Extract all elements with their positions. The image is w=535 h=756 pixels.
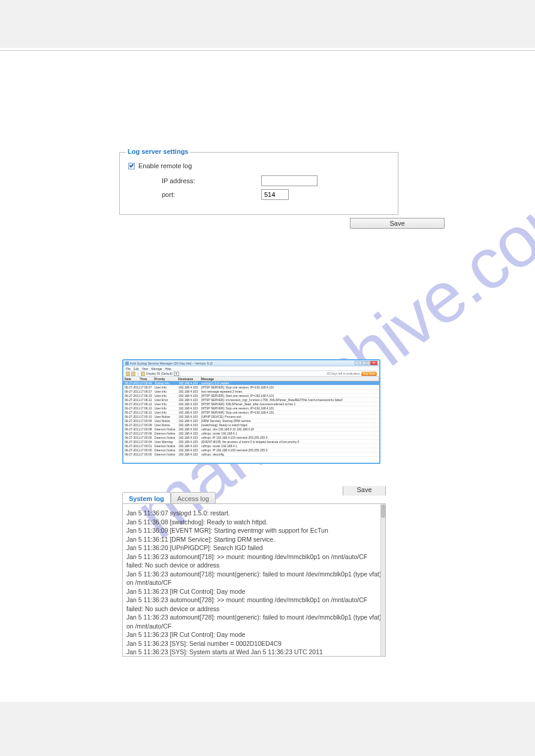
tab-access-log[interactable]: Access log (171, 492, 216, 504)
table-row[interactable]: 06-27-201117:00:05Daemon.Notice192.168.4… (123, 436, 379, 440)
minimize-button[interactable]: — (355, 361, 362, 365)
log-line: Jan 5 11:36:11 [DRM Service]: Starting D… (126, 535, 382, 544)
close-button[interactable]: ✕ (370, 361, 377, 365)
app-icon (125, 362, 129, 365)
log-line: Jan 5 11:36:08 [swatchdog]: Ready to wat… (126, 518, 382, 527)
eval-label: 30 Days left in evaluation (327, 372, 360, 375)
enable-remote-log-label: Enable remote log (138, 162, 192, 169)
enable-remote-log-checkbox[interactable] (128, 163, 135, 169)
table-row[interactable]: 06-27-201117:00:01Daemon.Notice192.168.4… (123, 444, 379, 448)
col-header-time[interactable]: Time (140, 377, 155, 381)
table-row[interactable]: 06-27-201117:06:57User.Info192.168.4.103… (123, 390, 379, 394)
display-dropdown-arrow[interactable]: ▾ (174, 372, 179, 376)
page-footer-band (0, 702, 535, 756)
table-row[interactable]: 06-27-201117:00:06Daemon.Notice192.168.4… (123, 432, 379, 436)
table-row[interactable]: 06-27-201117:06:12User.Info192.168.4.103… (123, 406, 379, 411)
log-line: Jan 5 11:36:23 [SYS]: Serial number = 00… (126, 639, 382, 648)
table-row[interactable]: 06-27-201117:00:10User.Notice192.168.4.1… (123, 415, 379, 419)
log-line: Jan 5 11:36:23 [IR Cut Control]: Day mod… (126, 630, 382, 639)
col-header-message[interactable]: Message (201, 377, 379, 381)
table-row[interactable]: 06-27-201117:00:09User.Notice192.168.4.1… (123, 423, 379, 427)
app-toolbar: Display 00 (Default) ▾ 30 Days left in e… (123, 371, 379, 377)
page-header-band (0, 0, 535, 48)
log-line: Jan 5 11:36:23 automount[728]: >> mount:… (126, 596, 382, 613)
grid-header-row: Date Time Priority Hostname Message (123, 377, 379, 381)
log-line: Jan 5 11:36:23 [SYS]: System starts at W… (126, 648, 382, 657)
table-row[interactable]: 06-27-201117:00:00Daemon.Notice192.168.4… (123, 453, 379, 457)
table-row[interactable]: 06-27-201117:06:15User.Info192.168.4.103… (123, 394, 379, 398)
fieldset-legend: Log server settings (126, 148, 190, 155)
table-row[interactable]: 06-27-201117:06:57User.Info192.168.4.103… (123, 385, 379, 390)
menu-manage[interactable]: Manage (151, 367, 162, 371)
log-line: Jan 5 11:36:09 [EVENT MGR]: Starting eve… (126, 526, 382, 535)
log-line: Jan 5 11:36:23 automount[718]: mount(gen… (126, 570, 382, 587)
log-server-settings-group: Log server settings Enable remote log IP… (119, 152, 398, 215)
log-line: Jan 5 11:36:20 [UPnPIGDCP]: Search IGD f… (126, 544, 382, 552)
ip-address-input[interactable] (261, 175, 318, 186)
save-button[interactable]: Save (343, 486, 386, 496)
maximize-button[interactable]: ▢ (362, 361, 370, 365)
table-row[interactable]: 06-27-201117:06:12User.Info192.168.4.103… (123, 402, 379, 406)
col-header-priority[interactable]: Priority (155, 377, 179, 381)
port-label: port: (162, 191, 261, 198)
buy-now-button[interactable]: Buy Now (361, 372, 377, 376)
scroll-thumb[interactable] (381, 505, 385, 518)
tab-system-log[interactable]: System log (122, 492, 171, 504)
log-line: Jan 5 11:36:23 automount[718]: >> mount:… (126, 552, 382, 570)
app-titlebar: Kiwi Syslog Service Manager (30 Day tria… (123, 360, 379, 366)
menu-file[interactable]: File (126, 367, 131, 371)
app-menubar: File Edit View Manage Help (123, 366, 379, 371)
display-dropdown[interactable]: Display 00 (Default) (146, 372, 173, 375)
table-row[interactable]: 06-27-201117:06:12User.Error192.168.4.10… (123, 398, 379, 402)
ip-address-label: IP address: (162, 177, 261, 184)
app-title: Kiwi Syslog Service Manager (30 Day tria… (130, 362, 213, 365)
table-row[interactable]: 06-27-201117:00:00Daemon.Notice192.168.4… (123, 448, 379, 453)
menu-view[interactable]: View (142, 367, 149, 371)
grid-body: 06-27-201117:00:46Syslog.Info192.168.4.1… (123, 381, 379, 457)
log-line: Jan 5 11:36:23 [IR Cut Control]: Day mod… (126, 587, 382, 596)
table-row[interactable]: 06-27-201117:00:04User.Warning192.168.4.… (123, 440, 379, 444)
save-button[interactable]: Save (350, 218, 445, 229)
log-output-box: Jan 5 11:36:07 syslogd 1.5.0: restart.Ja… (122, 503, 386, 657)
menu-help[interactable]: Help (165, 367, 171, 371)
scrollbar[interactable] (380, 503, 386, 657)
divider (0, 50, 535, 51)
toolbar-icon[interactable] (131, 372, 135, 376)
toolbar-icon[interactable] (141, 372, 145, 376)
col-header-date[interactable]: Date (123, 377, 140, 381)
syslog-app-window: Kiwi Syslog Service Manager (30 Day tria… (122, 359, 380, 464)
table-row[interactable]: 06-27-201117:00:09User.Notice192.168.4.1… (123, 419, 379, 423)
toolbar-icon[interactable] (126, 372, 130, 376)
log-line: Jan 5 11:36:23 automount[728]: mount(gen… (126, 613, 382, 630)
table-row[interactable]: 06-27-201117:06:12User.Info192.168.4.103… (123, 411, 379, 415)
table-row[interactable]: 06-27-201117:00:08Daemon.Notice192.168.4… (123, 427, 379, 432)
col-header-hostname[interactable]: Hostname (179, 377, 201, 381)
log-line: Jan 5 11:36:07 syslogd 1.5.0: restart. (126, 509, 382, 518)
table-row[interactable]: 06-27-201117:00:46Syslog.Info192.168.4.1… (123, 381, 379, 385)
menu-edit[interactable]: Edit (134, 367, 139, 371)
port-input[interactable] (261, 189, 289, 200)
